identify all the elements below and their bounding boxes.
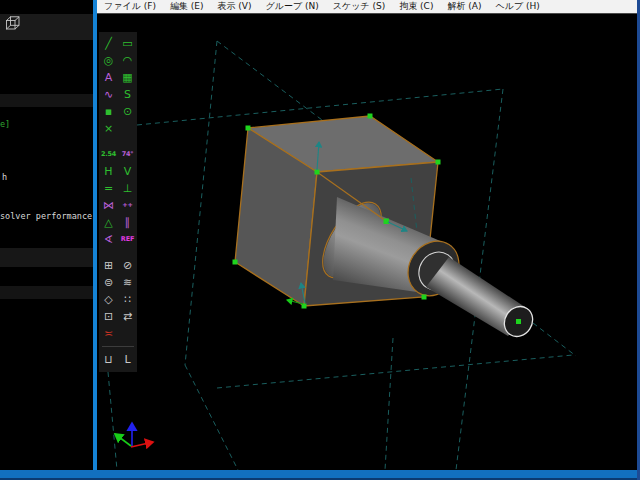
image-tool-icon: ▦: [122, 69, 132, 86]
toolbar-midpoint-constraint[interactable]: ++: [118, 197, 137, 214]
workplane-edge[interactable]: [217, 355, 573, 388]
menu-view[interactable]: 表示 (V): [210, 0, 258, 13]
menu-help[interactable]: ヘルプ (H): [488, 0, 546, 13]
vertex-point[interactable]: [233, 260, 238, 265]
cube-outline-icon: [5, 15, 21, 33]
split-curves-tool-icon: ×: [104, 120, 113, 137]
midpoint-constraint-icon: ++: [122, 197, 133, 214]
revolve-group-icon: ⊜: [104, 274, 113, 291]
vertex-point[interactable]: [436, 160, 441, 165]
toolbar-symmetric-constraint[interactable]: ⋈: [99, 197, 118, 214]
browser-row[interactable]: [0, 286, 93, 299]
text-tool-icon: A: [105, 69, 113, 86]
step-extrude-group-icon: L: [124, 351, 130, 368]
construction-tool-icon: ⊙: [123, 103, 132, 120]
translate-group-icon: ∷: [124, 291, 131, 308]
workplane-edge[interactable]: [533, 323, 576, 356]
toolbar-translate-group[interactable]: ∷: [118, 291, 137, 308]
parallel-constraint-icon: ∥: [125, 214, 131, 231]
toolbar-image-tool[interactable]: ▦: [118, 69, 137, 86]
menu-sketch[interactable]: スケッチ (S): [326, 0, 392, 13]
toolbar-separator: [99, 137, 137, 146]
toolbar-circle-tool[interactable]: ◎: [99, 52, 118, 69]
vertex-point[interactable]: [422, 295, 427, 300]
symmetric-constraint-icon: ⋈: [103, 197, 114, 214]
toolbar-separator: [99, 248, 137, 257]
sketch-point-cylinder-end[interactable]: [516, 319, 521, 324]
toolbar-tangent-arc-tool[interactable]: ∿: [99, 86, 118, 103]
toolbar-distance-constraint[interactable]: 2.54: [99, 146, 118, 163]
toolbar-construction-tool[interactable]: ⊙: [118, 103, 137, 120]
menu-constrain[interactable]: 拘束 (C): [392, 0, 440, 13]
horizontal-constraint-icon: H: [104, 163, 112, 180]
toolbar-boolean-union-group[interactable]: ⊔: [99, 351, 118, 368]
toolbar-text-tool[interactable]: A: [99, 69, 118, 86]
workplane-edge[interactable]: [217, 41, 330, 126]
toolbar-parallel-constraint[interactable]: ∥: [118, 214, 137, 231]
workplane-edge[interactable]: [385, 338, 393, 470]
menu-edit[interactable]: 編集 (E): [163, 0, 211, 13]
tangent-arc-tool-icon: ∿: [104, 86, 113, 103]
vertex-point[interactable]: [246, 126, 251, 131]
vertex-point[interactable]: [368, 114, 373, 119]
window-bottom-border: [0, 470, 640, 478]
sketch-point-face-center[interactable]: [384, 219, 390, 225]
workplane-edge[interactable]: [137, 89, 503, 125]
toolbar-separator: [102, 346, 134, 347]
toolbar-empty-cell: [118, 120, 137, 137]
toolbar-angle-constraint[interactable]: 74°: [118, 146, 137, 163]
toolbar-equal-constraint[interactable]: =: [99, 180, 118, 197]
lathe-group-icon: ⊘: [123, 257, 132, 274]
browser-text-fragment: e]: [0, 119, 10, 129]
toolbar-revolve-group[interactable]: ⊜: [99, 274, 118, 291]
arc-tool-icon: ◠: [123, 52, 133, 69]
nearest-view-button-icon: ≍: [104, 325, 113, 342]
toolbar-extrude-group[interactable]: ⊞: [99, 257, 118, 274]
toolbar-vertical-constraint[interactable]: V: [118, 163, 137, 180]
toolbar-helix-group[interactable]: ≋: [118, 274, 137, 291]
workplane-edge[interactable]: [108, 372, 117, 470]
toolbar-bisector-constraint[interactable]: ∢: [99, 231, 118, 248]
window-split-divider[interactable]: [93, 0, 97, 470]
rotate-group-icon: ◇: [104, 291, 112, 308]
workplane-edge[interactable]: [185, 365, 238, 470]
toolbar-mirror-group[interactable]: ⇄: [118, 308, 137, 325]
vertex-point[interactable]: [315, 170, 320, 175]
datum-point-tool-icon: ▪: [105, 103, 112, 120]
browser-row[interactable]: [0, 248, 93, 267]
toolbar-datum-point-tool[interactable]: ▪: [99, 103, 118, 120]
toolbar-bezier-tool[interactable]: S: [118, 86, 137, 103]
toolbar-perpendicular-constraint[interactable]: ⊥: [118, 180, 137, 197]
toolbar-rotate-group[interactable]: ◇: [99, 291, 118, 308]
toolbar-reference-constraint[interactable]: REF: [118, 231, 137, 248]
menu-analyze[interactable]: 解析 (A): [440, 0, 488, 13]
menu-bar: ファイル (F)編集 (E)表示 (V)グループ (N)スケッチ (S)拘束 (…: [97, 0, 637, 14]
mirror-group-icon: ⇄: [123, 308, 132, 325]
toolbar-nearest-view-button[interactable]: ≍: [99, 325, 118, 342]
vertical-constraint-icon: V: [124, 163, 132, 180]
perpendicular-constraint-icon: ⊥: [123, 180, 133, 197]
browser-panel[interactable]: e] h solver performance): [0, 0, 93, 470]
toolbar-horizontal-constraint[interactable]: H: [99, 163, 118, 180]
equal-constraint-icon: =: [104, 180, 113, 197]
toolbar-link-group[interactable]: ⊡: [99, 308, 118, 325]
toolbar-step-extrude-group[interactable]: L: [118, 351, 137, 368]
toolbar: ╱▭◎◠A▦∿S▪⊙×2.5474°HV=⊥⋈++△∥∢REF⊞⊘⊜≋◇∷⊡⇄≍…: [99, 32, 137, 372]
workplane-edge[interactable]: [185, 41, 217, 365]
toolbar-line-tool[interactable]: ╱: [99, 35, 118, 52]
bisector-constraint-icon: ∢: [104, 231, 113, 248]
triad-y-axis: [115, 434, 131, 446]
toolbar-split-curves-tool[interactable]: ×: [99, 120, 118, 137]
browser-row[interactable]: [0, 94, 93, 107]
angle-constraint-icon: 74°: [122, 146, 134, 163]
helix-group-icon: ≋: [123, 274, 132, 291]
line-tool-icon: ╱: [105, 35, 112, 52]
circle-tool-icon: ◎: [104, 52, 114, 69]
rectangle-tool-icon: ▭: [122, 35, 132, 52]
toolbar-other-angle-constraint[interactable]: △: [99, 214, 118, 231]
toolbar-rectangle-tool[interactable]: ▭: [118, 35, 137, 52]
toolbar-lathe-group[interactable]: ⊘: [118, 257, 137, 274]
menu-file[interactable]: ファイル (F): [97, 0, 163, 13]
menu-group[interactable]: グループ (N): [259, 0, 326, 13]
toolbar-arc-tool[interactable]: ◠: [118, 52, 137, 69]
